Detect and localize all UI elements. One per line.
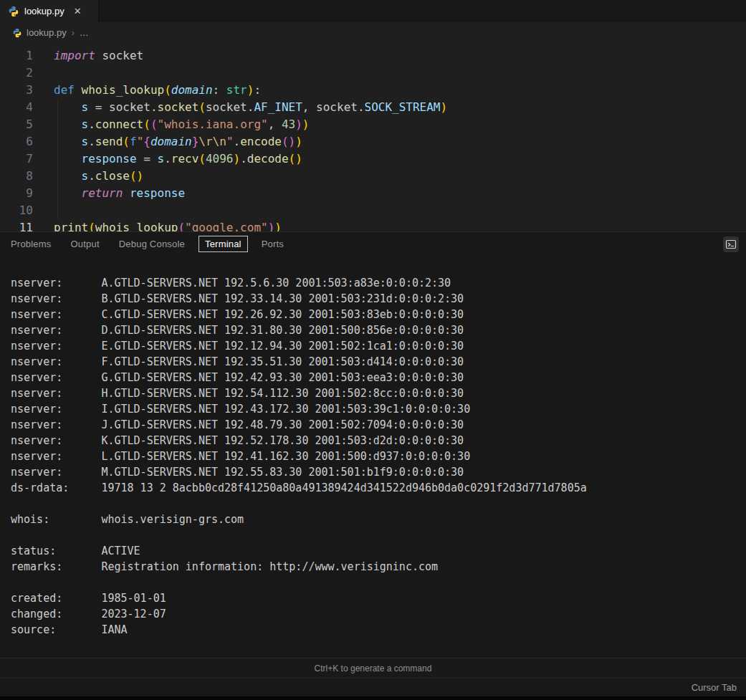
code-editor-window: lookup.py ✕ lookup.py › … 1import socket… xyxy=(0,0,746,700)
terminal-line: nserver: L.GTLD-SERVERS.NET 192.41.162.3… xyxy=(11,449,746,464)
line-number: 4 xyxy=(0,99,33,116)
editor-tab-bar: lookup.py ✕ xyxy=(0,0,746,22)
line-number: 9 xyxy=(0,185,33,202)
panel-tab-ports[interactable]: Ports xyxy=(262,236,284,252)
cursor-tab-status[interactable]: Cursor Tab xyxy=(692,682,737,693)
terminal-line xyxy=(11,575,746,590)
code-line[interactable]: 1import socket xyxy=(0,47,746,64)
terminal-output[interactable]: nserver: A.GTLD-SERVERS.NET 192.5.6.30 2… xyxy=(0,256,746,658)
line-number: 1 xyxy=(0,47,33,64)
command-hint-bar[interactable]: Ctrl+K to generate a command xyxy=(0,658,746,678)
code-lines: 1import socket23def whois_lookup(domain:… xyxy=(0,47,746,231)
terminal-line: nserver: D.GTLD-SERVERS.NET 192.31.80.30… xyxy=(11,322,746,338)
terminal-line xyxy=(11,496,746,512)
python-icon xyxy=(8,6,19,17)
code-line[interactable]: 5 s.connect(("whois.iana.org", 43)) xyxy=(0,116,746,133)
terminal-line: nserver: J.GTLD-SERVERS.NET 192.48.79.30… xyxy=(11,417,746,433)
code-line[interactable]: 11print(whois_lookup("google.com")) xyxy=(0,219,746,231)
line-number: 5 xyxy=(0,116,33,133)
terminal-line: nserver: B.GTLD-SERVERS.NET 192.33.14.30… xyxy=(11,291,746,307)
breadcrumb[interactable]: lookup.py › … xyxy=(0,22,746,43)
panel-tab-problems[interactable]: Problems xyxy=(11,236,52,252)
panel-tab-output[interactable]: Output xyxy=(71,236,100,252)
terminal-line: nserver: E.GTLD-SERVERS.NET 192.12.94.30… xyxy=(11,338,746,354)
line-number: 8 xyxy=(0,168,33,185)
line-number: 6 xyxy=(0,133,33,150)
terminal-line: created: 1985-01-01 xyxy=(11,590,746,606)
panel-tab-terminal[interactable]: Terminal xyxy=(199,236,248,252)
panel-tab-debug-console[interactable]: Debug Console xyxy=(119,236,185,252)
code-line[interactable]: 8 s.close() xyxy=(0,168,746,185)
tab-close-icon[interactable]: ✕ xyxy=(74,6,82,16)
terminal-line: nserver: K.GTLD-SERVERS.NET 192.52.178.3… xyxy=(11,433,746,449)
code-line[interactable]: 2 xyxy=(0,64,746,82)
panel-actions xyxy=(723,236,739,252)
code-line[interactable]: 10 xyxy=(0,202,746,219)
tab-label: lookup.py xyxy=(24,6,64,16)
line-number: 2 xyxy=(0,64,33,82)
code-line[interactable]: 4 s = socket.socket(socket.AF_INET, sock… xyxy=(0,99,746,116)
terminal-line: nserver: H.GTLD-SERVERS.NET 192.54.112.3… xyxy=(11,385,746,401)
terminal-line: status: ACTIVE xyxy=(11,543,746,559)
terminal-line: ds-rdata: 19718 13 2 8acbb0cd28f41250a80… xyxy=(11,480,746,496)
line-number: 10 xyxy=(0,202,33,219)
line-number: 7 xyxy=(0,150,33,168)
tab-lookup-py[interactable]: lookup.py ✕ xyxy=(0,0,99,22)
code-line[interactable]: 6 s.send(f"{domain}\r\n".encode()) xyxy=(0,133,746,150)
code-line[interactable]: 7 response = s.recv(4096).decode() xyxy=(0,150,746,168)
indent-guide xyxy=(57,99,58,219)
python-icon xyxy=(12,28,22,38)
terminal-line: source: IANA xyxy=(11,622,746,638)
terminal-line: nserver: C.GTLD-SERVERS.NET 192.26.92.30… xyxy=(11,307,746,322)
chevron-right-icon: › xyxy=(71,28,75,38)
code-line[interactable]: 3def whois_lookup(domain: str): xyxy=(0,82,746,99)
command-hint-text: Ctrl+K to generate a command xyxy=(315,663,432,673)
bottom-strip xyxy=(0,696,746,700)
terminal-line: changed: 2023-12-07 xyxy=(11,606,746,622)
status-bar: Cursor Tab xyxy=(0,678,746,696)
terminal-launch-icon[interactable] xyxy=(723,236,739,252)
breadcrumb-more[interactable]: … xyxy=(80,27,89,38)
terminal-line: nserver: A.GTLD-SERVERS.NET 192.5.6.30 2… xyxy=(11,275,746,291)
breadcrumb-file[interactable]: lookup.py xyxy=(27,27,67,38)
panel-tab-bar: Problems Output Debug Console Terminal P… xyxy=(0,231,746,256)
terminal-line: nserver: M.GTLD-SERVERS.NET 192.55.83.30… xyxy=(11,464,746,480)
line-number: 3 xyxy=(0,82,33,99)
terminal-line: nserver: I.GTLD-SERVERS.NET 192.43.172.3… xyxy=(11,401,746,417)
terminal-line: nserver: G.GTLD-SERVERS.NET 192.42.93.30… xyxy=(11,370,746,385)
terminal-line: nserver: F.GTLD-SERVERS.NET 192.35.51.30… xyxy=(11,354,746,370)
terminal-line xyxy=(11,527,746,543)
code-editor[interactable]: 1import socket23def whois_lookup(domain:… xyxy=(0,43,746,231)
code-line[interactable]: 9 return response xyxy=(0,185,746,202)
terminal-line: remarks: Registration information: http:… xyxy=(11,559,746,575)
terminal-line: whois: whois.verisign-grs.com xyxy=(11,512,746,527)
line-number: 11 xyxy=(0,219,33,231)
